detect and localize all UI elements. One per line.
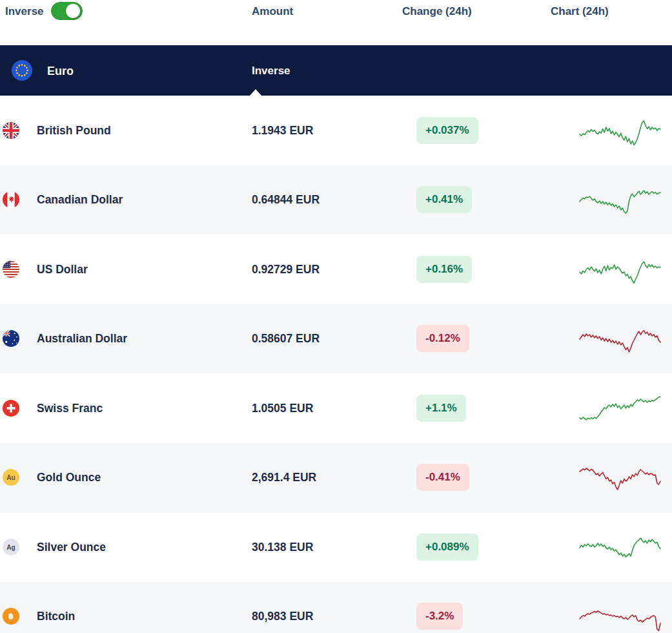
svg-text:฿: ฿: [8, 612, 14, 621]
uk-flag-icon: [3, 122, 19, 139]
change-badge: +0.41%: [416, 186, 472, 213]
currency-amount: 1.0505 EUR: [252, 401, 313, 415]
sparkline-chart: [579, 389, 661, 427]
switzerland-flag-icon: [3, 400, 19, 417]
bitcoin-icon: ฿: [3, 608, 19, 625]
currency-amount: 80,983 EUR: [252, 610, 313, 623]
base-inverse-label: Inverse: [252, 65, 290, 78]
sparkline-chart: [579, 459, 661, 496]
currency-table: Inverse Amount Change (24h) Chart (24h) …: [0, 0, 672, 633]
gold-icon: Au: [3, 469, 19, 486]
currency-name: US Dollar: [37, 262, 88, 276]
currency-name: Canadian Dollar: [37, 193, 123, 207]
currency-name: Gold Ounce: [37, 471, 101, 484]
change-badge: -0.41%: [416, 464, 469, 491]
base-currency-name: Euro: [47, 65, 74, 78]
sparkline-chart: [579, 528, 661, 566]
change-badge: +0.037%: [416, 117, 478, 144]
svg-text:Ag: Ag: [6, 543, 15, 550]
currency-amount: 0.92729 EUR: [252, 262, 320, 276]
column-header-change: Change (24h): [402, 5, 472, 18]
currency-name: Bitcoin: [37, 610, 75, 623]
change-badge: +1.1%: [416, 395, 466, 422]
svg-text:Au: Au: [6, 474, 15, 481]
currency-row-us-dollar[interactable]: US Dollar0.92729 EUR+0.16%: [0, 234, 672, 304]
toggle-knob-icon: [66, 4, 80, 18]
change-badge: -3.2%: [416, 603, 463, 630]
currency-name: Silver Ounce: [37, 540, 106, 554]
inverse-toggle-label: Inverse: [5, 5, 44, 18]
currency-amount: 30.138 EUR: [252, 540, 313, 554]
currency-row-gold-ounce[interactable]: AuGold Ounce2,691.4 EUR-0.41%: [0, 443, 672, 513]
currency-row-australian-dollar[interactable]: Australian Dollar0.58607 EUR-0.12%: [0, 304, 672, 374]
caret-up-icon: [250, 89, 261, 96]
australia-flag-icon: [3, 330, 19, 347]
currency-row-british-pound[interactable]: British Pound1.1943 EUR+0.037%: [0, 96, 672, 165]
change-badge: +0.16%: [416, 256, 472, 283]
currency-amount: 1.1943 EUR: [252, 123, 313, 137]
sparkline-chart: [579, 112, 661, 149]
canada-flag-icon: [3, 191, 19, 208]
eu-flag-icon: [12, 60, 32, 81]
inverse-toggle[interactable]: [51, 2, 83, 20]
base-currency-row[interactable]: Euro Inverse: [0, 45, 672, 96]
sparkline-chart: [579, 320, 661, 357]
currency-row-bitcoin[interactable]: ฿Bitcoin80,983 EUR-3.2%: [0, 582, 672, 633]
currency-amount: 0.58607 EUR: [252, 332, 320, 346]
currency-name: Swiss Franc: [37, 401, 103, 415]
currency-row-silver-ounce[interactable]: AgSilver Ounce30.138 EUR+0.089%: [0, 512, 672, 582]
change-badge: +0.089%: [416, 534, 478, 561]
currency-row-swiss-franc[interactable]: Swiss Franc1.0505 EUR+1.1%: [0, 373, 672, 443]
currency-amount: 2,691.4 EUR: [252, 471, 316, 484]
sparkline-chart: [579, 597, 661, 633]
currency-name: British Pound: [37, 123, 111, 137]
sparkline-chart: [579, 181, 661, 218]
currency-row-canadian-dollar[interactable]: Canadian Dollar0.64844 EUR+0.41%: [0, 165, 672, 235]
sparkline-chart: [579, 251, 661, 288]
us-flag-icon: [3, 261, 19, 278]
change-badge: -0.12%: [416, 325, 469, 352]
table-toolbar: Inverse Amount Change (24h) Chart (24h): [0, 0, 672, 45]
currency-amount: 0.64844 EUR: [252, 193, 320, 207]
column-header-chart: Chart (24h): [551, 5, 609, 18]
currency-name: Australian Dollar: [37, 332, 127, 346]
currency-rows: British Pound1.1943 EUR+0.037% Canadian …: [0, 96, 672, 633]
silver-icon: Ag: [3, 539, 19, 555]
column-header-amount: Amount: [252, 5, 293, 18]
